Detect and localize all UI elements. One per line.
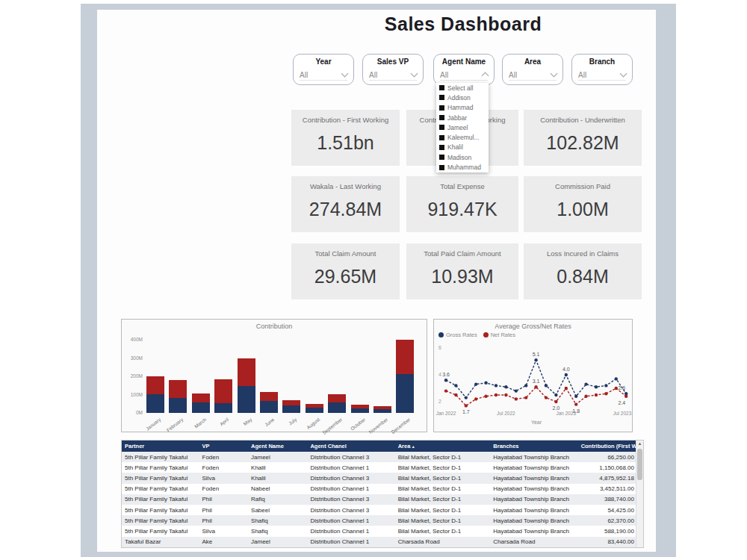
dropdown-item-jameel[interactable]: Jameel <box>436 122 489 132</box>
bar-segment-navy-august[interactable] <box>306 408 323 413</box>
bar-segment-red-october[interactable] <box>351 405 369 408</box>
data-point-gross[interactable] <box>534 358 537 361</box>
filter-value-row[interactable]: All <box>440 69 488 81</box>
bar-segment-red-january[interactable] <box>146 376 164 394</box>
bar-segment-navy-november[interactable] <box>374 409 391 413</box>
data-point-gross[interactable] <box>465 396 468 399</box>
table-row[interactable]: 5th Pillar Family TakafulPhilShafiqDistr… <box>122 515 637 526</box>
data-point-gross[interactable] <box>504 385 507 388</box>
bar-segment-red-march[interactable] <box>192 393 210 403</box>
data-point-net[interactable] <box>534 385 537 388</box>
data-point-gross[interactable] <box>444 379 447 382</box>
bar-segment-navy-september[interactable] <box>328 402 346 413</box>
bar-segment-navy-december[interactable] <box>396 374 414 413</box>
dropdown-item-hammad[interactable]: Hammad <box>436 103 489 113</box>
data-point-gross[interactable] <box>565 373 568 376</box>
data-point-net[interactable] <box>474 397 477 400</box>
bar-segment-red-february[interactable] <box>169 380 187 399</box>
scrollbar-up-icon[interactable]: ▲ <box>636 441 643 447</box>
dropdown-item-khalil[interactable]: Khalil <box>436 143 489 152</box>
table-row[interactable]: 5th Pillar Family TakafulFodenJameelDist… <box>122 452 637 462</box>
checkbox-checked-icon[interactable] <box>439 135 444 140</box>
data-point-net[interactable] <box>454 393 457 396</box>
bar-segment-red-may[interactable] <box>238 358 255 387</box>
filter-value-row[interactable]: All <box>509 69 557 81</box>
dropdown-item-jabbar[interactable]: Jabbar <box>436 113 489 122</box>
bar-segment-navy-february[interactable] <box>169 398 187 413</box>
chevron-down-icon[interactable] <box>411 70 418 78</box>
column-header-7[interactable]: Contribution (First Working) <box>578 441 637 452</box>
checkbox-checked-icon[interactable] <box>439 165 444 170</box>
table-row[interactable]: 5th Pillar Family TakafulSilvaShafiqDist… <box>122 526 637 536</box>
data-point-net[interactable] <box>444 389 447 392</box>
bar-segment-navy-march[interactable] <box>192 402 210 413</box>
bar-segment-red-april[interactable] <box>214 379 232 404</box>
table-row[interactable]: 5th Pillar Family TakafulFodenNabeelDist… <box>122 484 637 494</box>
bar-segment-red-august[interactable] <box>306 404 323 408</box>
bar-segment-red-december[interactable] <box>396 340 414 374</box>
data-point-gross[interactable] <box>554 393 557 396</box>
data-point-gross[interactable] <box>615 377 618 380</box>
column-header-6[interactable]: Branches <box>490 441 577 452</box>
data-point-gross[interactable] <box>584 382 587 385</box>
filter-value-row[interactable]: All <box>369 69 417 81</box>
data-point-gross[interactable] <box>484 382 487 385</box>
bar-segment-red-september[interactable] <box>328 394 346 402</box>
table-row[interactable]: 5th Pillar Family TakafulPhilSabeelDistr… <box>122 505 637 515</box>
checkbox-checked-icon[interactable] <box>439 155 444 160</box>
bar-segment-red-november[interactable] <box>374 406 391 409</box>
data-point-gross[interactable] <box>595 385 598 388</box>
bar-segment-red-july[interactable] <box>282 400 300 405</box>
data-point-net[interactable] <box>515 397 518 400</box>
data-point-net[interactable] <box>554 400 557 403</box>
chevron-down-icon[interactable] <box>551 70 558 78</box>
bar-segment-navy-january[interactable] <box>146 394 164 413</box>
checkbox-checked-icon[interactable] <box>439 145 444 150</box>
checkbox-checked-icon[interactable] <box>439 85 444 90</box>
filter-chip-year[interactable]: YearAll <box>293 54 354 85</box>
dropdown-item-addison[interactable]: Addison <box>436 93 489 102</box>
data-point-net[interactable] <box>604 392 607 395</box>
data-point-net[interactable] <box>495 393 498 396</box>
bar-segment-navy-july[interactable] <box>282 405 300 413</box>
data-point-net[interactable] <box>465 404 468 407</box>
column-header-3[interactable]: Agent Name <box>248 441 307 452</box>
data-point-gross[interactable] <box>474 382 477 385</box>
dropdown-item-select-all[interactable]: Select all <box>436 83 489 93</box>
table-row[interactable]: 5th Pillar Family TakafulPhilRafiqDistri… <box>122 494 637 505</box>
data-point-net[interactable] <box>545 396 548 399</box>
data-point-gross[interactable] <box>495 384 498 387</box>
bar-segment-navy-may[interactable] <box>238 386 255 413</box>
filter-chip-branch[interactable]: BranchAll <box>571 54 633 85</box>
filter-chip-area[interactable]: AreaAll <box>502 54 563 85</box>
table-scrollbar[interactable]: ▲ <box>636 441 643 547</box>
data-point-gross[interactable] <box>515 389 518 392</box>
data-point-net[interactable] <box>574 402 577 405</box>
dropdown-item-muhammad[interactable]: Muhammad <box>436 162 489 172</box>
table-row[interactable]: 5th Pillar Family TakafulFodenKhalilDist… <box>122 462 637 473</box>
data-point-gross[interactable] <box>604 384 607 387</box>
column-header-4[interactable]: Agent Chanel <box>307 441 394 452</box>
chevron-up-icon[interactable] <box>482 72 489 80</box>
data-point-gross[interactable] <box>545 384 548 387</box>
data-point-net[interactable] <box>615 387 618 390</box>
column-header-5[interactable]: Area ▲ <box>395 441 491 452</box>
checkbox-checked-icon[interactable] <box>439 105 444 111</box>
dropdown-item-madison[interactable]: Madison <box>436 152 489 162</box>
filter-chip-sales-vp[interactable]: Sales VPAll <box>362 54 424 85</box>
filter-chip-agent-name[interactable]: Agent NameAll <box>433 54 495 85</box>
bar-segment-navy-april[interactable] <box>214 403 232 413</box>
scrollbar-thumb[interactable] <box>637 449 642 480</box>
data-point-net[interactable] <box>565 387 568 390</box>
checkbox-checked-icon[interactable] <box>439 95 444 100</box>
data-point-net[interactable] <box>524 396 527 399</box>
data-point-net[interactable] <box>484 395 487 398</box>
data-point-gross[interactable] <box>574 395 577 398</box>
filter-value-row[interactable]: All <box>578 69 626 81</box>
chevron-down-icon[interactable] <box>341 70 349 78</box>
bar-segment-red-june[interactable] <box>260 392 278 401</box>
column-header-2[interactable]: VP <box>199 441 249 452</box>
data-point-net[interactable] <box>584 395 587 398</box>
bar-segment-navy-october[interactable] <box>351 408 369 413</box>
data-point-net[interactable] <box>504 393 507 396</box>
